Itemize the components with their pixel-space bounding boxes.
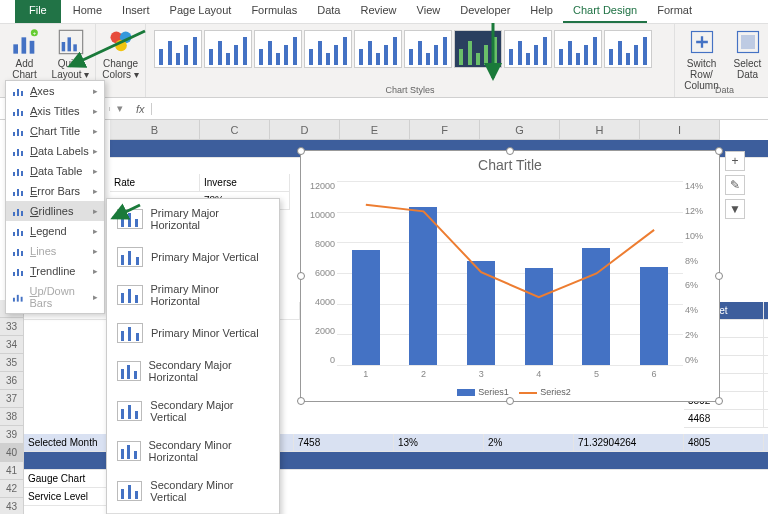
tab-home[interactable]: Home bbox=[63, 0, 112, 23]
row-header-37[interactable]: 37 bbox=[0, 390, 24, 408]
col-header-I[interactable]: I bbox=[640, 120, 720, 140]
tab-page-layout[interactable]: Page Layout bbox=[160, 0, 242, 23]
row-header-33[interactable]: 33 bbox=[0, 318, 24, 336]
r40-h[interactable]: 71.32904264 bbox=[574, 434, 684, 452]
tab-file[interactable]: File bbox=[15, 0, 61, 23]
r40-e[interactable]: 7458 bbox=[294, 434, 394, 452]
chart-style-10[interactable] bbox=[604, 30, 652, 68]
row-header-42[interactable]: 42 bbox=[0, 480, 24, 498]
col-header-D[interactable]: D bbox=[270, 120, 340, 140]
svg-rect-20 bbox=[21, 111, 23, 116]
col-header-C[interactable]: C bbox=[200, 120, 270, 140]
col-header-E[interactable]: E bbox=[340, 120, 410, 140]
svg-rect-39 bbox=[13, 252, 15, 256]
gridline-secondary-major-vertical[interactable]: Secondary Major Vertical bbox=[107, 391, 279, 431]
tab-insert[interactable]: Insert bbox=[112, 0, 160, 23]
svg-rect-29 bbox=[21, 171, 23, 176]
tab-chart-design[interactable]: Chart Design bbox=[563, 0, 647, 23]
embedded-chart[interactable]: Chart Title 120001000080006000400020000 … bbox=[300, 150, 720, 402]
chart-style-5[interactable] bbox=[354, 30, 402, 68]
cell-ivi[interactable]: IVI bbox=[764, 302, 768, 320]
tab-view[interactable]: View bbox=[407, 0, 451, 23]
menu-axis-titles[interactable]: Axis Titles▸ bbox=[6, 101, 104, 121]
tab-format[interactable]: Format bbox=[647, 0, 702, 23]
svg-rect-28 bbox=[17, 169, 19, 176]
col-header-G[interactable]: G bbox=[480, 120, 560, 140]
svg-rect-38 bbox=[21, 231, 23, 236]
select-data-button[interactable]: Select Data bbox=[725, 26, 769, 93]
row-header-39[interactable]: 39 bbox=[0, 426, 24, 444]
cell-rate-header[interactable]: Rate bbox=[110, 174, 200, 192]
gridline-primary-major-vertical[interactable]: Primary Major Vertical bbox=[107, 239, 279, 275]
svg-rect-6 bbox=[61, 42, 64, 51]
r40-i[interactable]: 4805 bbox=[684, 434, 764, 452]
cell-i-3[interactable]: 10 bbox=[764, 374, 768, 392]
r40-i2[interactable]: 8. bbox=[764, 434, 768, 452]
gridline-primary-minor-vertical[interactable]: Primary Minor Vertical bbox=[107, 315, 279, 351]
chart-style-6[interactable] bbox=[404, 30, 452, 68]
switch-row-column-button[interactable]: Switch Row/ Column bbox=[679, 26, 725, 93]
menu-legend[interactable]: Legend▸ bbox=[6, 221, 104, 241]
row-header-43[interactable]: 43 bbox=[0, 498, 24, 514]
menu-gridlines[interactable]: Gridlines▸ bbox=[6, 201, 104, 221]
cell-i-0[interactable]: 8. bbox=[764, 320, 768, 338]
cell-h-5[interactable]: 4468 bbox=[684, 410, 764, 428]
chart-styles-gallery[interactable] bbox=[150, 26, 670, 82]
chart-style-8[interactable] bbox=[504, 30, 552, 68]
chart-style-1[interactable] bbox=[154, 30, 202, 68]
tab-data[interactable]: Data bbox=[307, 0, 350, 23]
svg-rect-41 bbox=[21, 251, 23, 256]
svg-rect-30 bbox=[13, 192, 15, 196]
chart-filters-button[interactable]: ▼ bbox=[725, 199, 745, 219]
col-header-F[interactable]: F bbox=[410, 120, 480, 140]
menu-axes[interactable]: Axes▸ bbox=[6, 81, 104, 101]
chart-style-4[interactable] bbox=[304, 30, 352, 68]
row-header-41[interactable]: 41 bbox=[0, 462, 24, 480]
svg-rect-16 bbox=[17, 89, 19, 96]
row-header-35[interactable]: 35 bbox=[0, 354, 24, 372]
chart-style-2[interactable] bbox=[204, 30, 252, 68]
x-axis: 123456 bbox=[337, 369, 683, 379]
cell-i-1[interactable]: 7. bbox=[764, 338, 768, 356]
chart-style-9[interactable] bbox=[554, 30, 602, 68]
row-header-36[interactable]: 36 bbox=[0, 372, 24, 390]
col-header-H[interactable]: H bbox=[560, 120, 640, 140]
menu-trendline[interactable]: Trendline▸ bbox=[6, 261, 104, 281]
chart-legend[interactable]: Series1 Series2 bbox=[301, 387, 719, 397]
menu-chart-title[interactable]: Chart Title▸ bbox=[6, 121, 104, 141]
cell-i-4[interactable]: 8. bbox=[764, 392, 768, 410]
r40-f[interactable]: 13% bbox=[394, 434, 484, 452]
chart-elements-button[interactable]: + bbox=[725, 151, 745, 171]
row-header-38[interactable]: 38 bbox=[0, 408, 24, 426]
gridline-secondary-major-horizontal[interactable]: Secondary Major Horizontal bbox=[107, 351, 279, 391]
chart-title[interactable]: Chart Title bbox=[301, 151, 719, 179]
change-colors-button[interactable]: Change Colors ▾ bbox=[98, 26, 144, 82]
change-colors-label: Change Colors bbox=[102, 58, 138, 80]
menu-error-bars[interactable]: Error Bars▸ bbox=[6, 181, 104, 201]
menu-up-down-bars: Up/Down Bars▸ bbox=[6, 281, 104, 313]
cell-i-5[interactable]: 8. bbox=[764, 410, 768, 428]
gridline-secondary-minor-horizontal[interactable]: Secondary Minor Horizontal bbox=[107, 431, 279, 471]
col-header-B[interactable]: B bbox=[110, 120, 200, 140]
menu-data-table[interactable]: Data Table▸ bbox=[6, 161, 104, 181]
chart-plot-area[interactable] bbox=[337, 181, 683, 365]
gridline-secondary-minor-vertical[interactable]: Secondary Minor Vertical bbox=[107, 471, 279, 511]
gridline-primary-major-horizontal[interactable]: Primary Major Horizontal bbox=[107, 199, 279, 239]
r40-g[interactable]: 2% bbox=[484, 434, 574, 452]
tab-help[interactable]: Help bbox=[520, 0, 563, 23]
cell-inverse-header[interactable]: Inverse bbox=[200, 174, 290, 192]
tab-developer[interactable]: Developer bbox=[450, 0, 520, 23]
menu-data-labels[interactable]: Data Labels▸ bbox=[6, 141, 104, 161]
select-data-label: Select Data bbox=[727, 58, 769, 80]
cell-i-2[interactable]: 10 bbox=[764, 356, 768, 374]
chart-style-3[interactable] bbox=[254, 30, 302, 68]
tab-formulas[interactable]: Formulas bbox=[241, 0, 307, 23]
chart-styles-button[interactable]: ✎ bbox=[725, 175, 745, 195]
svg-rect-47 bbox=[21, 297, 23, 302]
row-header-34[interactable]: 34 bbox=[0, 336, 24, 354]
chart-style-7[interactable] bbox=[454, 30, 502, 68]
gridline-primary-minor-horizontal[interactable]: Primary Minor Horizontal bbox=[107, 275, 279, 315]
row-header-40[interactable]: 40 bbox=[0, 444, 24, 462]
fx-label[interactable]: fx bbox=[130, 103, 152, 115]
tab-review[interactable]: Review bbox=[350, 0, 406, 23]
